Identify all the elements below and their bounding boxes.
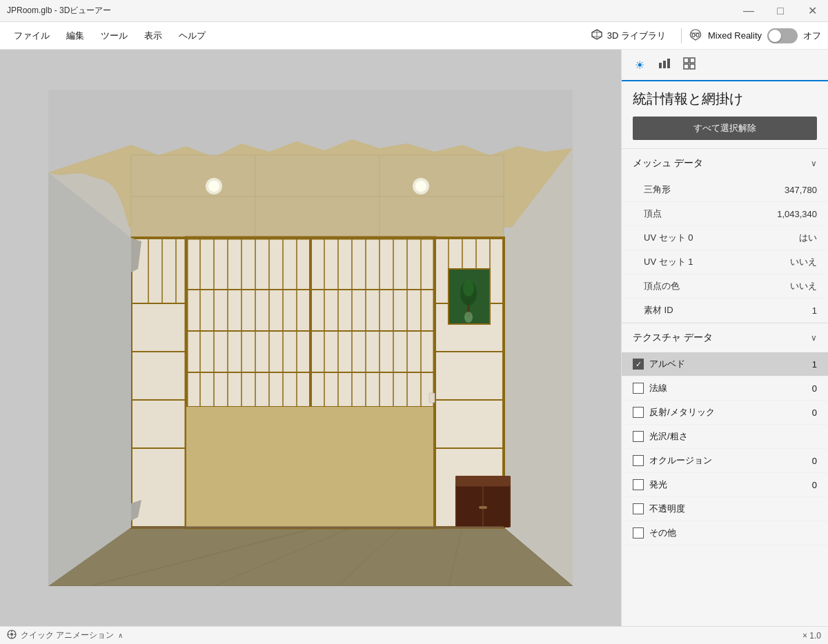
menu-help[interactable]: ヘルプ [172, 27, 213, 45]
svg-rect-55 [186, 407, 310, 527]
menubar: ファイル 編集 ツール 表示 ヘルプ 3D ライブラリ [0, 22, 828, 50]
menu-view[interactable]: 表示 [137, 27, 169, 45]
sun-tab-icon[interactable]: ☀ [630, 55, 649, 74]
svg-point-70 [464, 312, 473, 323]
svg-rect-81 [659, 63, 662, 68]
texture-data-section: テクスチャ データ ∨ ✓ アルベド 1 法線 [622, 323, 828, 545]
svg-rect-87 [690, 64, 695, 69]
gloss-checkbox[interactable] [633, 431, 644, 442]
grid-icon [683, 57, 696, 72]
chart-tab-icon[interactable] [655, 55, 674, 74]
normal-label: 法線 [649, 382, 667, 394]
opacity-checkbox[interactable] [633, 503, 644, 514]
texture-row-other[interactable]: その他 [622, 521, 828, 545]
statusbar-right: × 1.0 [802, 631, 821, 641]
menubar-right: 3D ライブラリ Mixed Reality オフ [582, 26, 821, 46]
svg-rect-83 [667, 59, 670, 68]
albedo-value: 1 [812, 359, 817, 370]
svg-point-69 [463, 280, 474, 296]
normal-checkbox[interactable] [633, 383, 644, 394]
mesh-row-vertex-color: 頂点の色 いいえ [622, 274, 828, 299]
reflection-checkbox[interactable] [633, 407, 644, 418]
svg-rect-76 [479, 506, 487, 509]
texture-row-reflection[interactable]: 反射/メタリック 0 [622, 401, 828, 425]
main-content: ☀ [0, 50, 828, 626]
close-button[interactable]: ✕ [796, 0, 828, 22]
texture-row-emission[interactable]: 発光 0 [622, 473, 828, 497]
mesh-data-rows: 三角形 347,780 頂点 1,043,340 UV セット 0 はい UV … [622, 178, 828, 323]
menu-file[interactable]: ファイル [7, 27, 57, 45]
svg-rect-86 [684, 64, 689, 69]
texture-row-left-opacity: 不透明度 [633, 503, 685, 515]
panel-title: 統計情報と網掛け [622, 81, 828, 114]
menu-tools[interactable]: ツール [94, 27, 135, 45]
panel-toolbar: ☀ [622, 50, 828, 81]
texture-row-albedo[interactable]: ✓ アルベド 1 [622, 352, 828, 376]
window-controls: — □ ✕ [733, 0, 828, 22]
other-checkbox[interactable] [633, 527, 644, 539]
emission-value: 0 [812, 480, 817, 490]
statusbar: クイック アニメーション ∧ × 1.0 [0, 626, 828, 644]
maximize-button[interactable]: □ [765, 0, 796, 22]
texture-chevron-icon: ∨ [811, 333, 817, 343]
texture-row-left-albedo: ✓ アルベド [633, 358, 685, 370]
texture-row-left-occlusion: オクルージョン [633, 454, 712, 467]
texture-row-normal[interactable]: 法線 0 [622, 376, 828, 401]
mixed-reality-area: Mixed Reality オフ [689, 28, 821, 43]
animation-expand-icon[interactable]: ∧ [118, 632, 123, 639]
svg-rect-82 [663, 61, 666, 68]
svg-point-10 [208, 181, 219, 192]
mixed-reality-icon [689, 28, 702, 43]
occlusion-checkbox[interactable] [633, 455, 644, 466]
texture-section-header[interactable]: テクスチャ データ ∨ [622, 323, 828, 352]
library-label: 3D ライブラリ [607, 30, 666, 42]
menu-items: ファイル 編集 ツール 表示 ヘルプ [7, 27, 213, 45]
mesh-section-header[interactable]: メッシュ データ ∨ [622, 149, 828, 178]
texture-row-gloss[interactable]: 光沢/粗さ [622, 425, 828, 449]
texture-row-opacity[interactable]: 不透明度 [622, 497, 828, 521]
emission-label: 発光 [649, 479, 667, 491]
mesh-row-vertices: 頂点 1,043,340 [622, 202, 828, 226]
albedo-label: アルベド [649, 358, 685, 370]
grid-tab-icon[interactable] [680, 55, 699, 74]
chart-icon [658, 57, 671, 72]
svg-rect-71 [429, 393, 435, 403]
titlebar: JPRoom.glb - 3Dビューアー — □ ✕ [0, 0, 828, 22]
svg-rect-22 [131, 238, 186, 527]
texture-row-left-other: その他 [633, 527, 676, 539]
sun-icon: ☀ [635, 59, 644, 72]
texture-section-label: テクスチャ データ [633, 332, 713, 344]
occlusion-value: 0 [812, 456, 817, 466]
svg-rect-56 [310, 407, 435, 527]
svg-rect-84 [684, 58, 689, 63]
room-scene [0, 50, 621, 626]
scale-label: × 1.0 [802, 631, 821, 641]
texture-row-left-emission: 発光 [633, 479, 667, 491]
mixed-reality-toggle[interactable] [767, 28, 798, 43]
normal-value: 0 [812, 383, 817, 394]
3d-viewport[interactable] [0, 50, 621, 626]
svg-rect-73 [455, 476, 511, 486]
svg-point-1 [696, 34, 699, 37]
albedo-checkbox[interactable]: ✓ [633, 359, 644, 370]
svg-marker-16 [48, 527, 573, 586]
texture-row-left-gloss: 光沢/粗さ [633, 430, 688, 443]
emission-checkbox[interactable] [633, 479, 644, 490]
mesh-row-uv0: UV セット 0 はい [622, 226, 828, 250]
animation-label: クイック アニメーション [21, 630, 114, 641]
mesh-row-material-id: 素材 ID 1 [622, 299, 828, 323]
toggle-state-label: オフ [803, 30, 821, 42]
statusbar-left: クイック アニメーション ∧ [7, 630, 123, 641]
mesh-chevron-icon: ∨ [811, 159, 817, 168]
texture-row-left-normal: 法線 [633, 382, 667, 394]
reflection-label: 反射/メタリック [649, 406, 715, 419]
minimize-button[interactable]: — [733, 0, 765, 22]
texture-row-occlusion[interactable]: オクルージョン 0 [622, 449, 828, 473]
deselect-all-button[interactable]: すべて選択解除 [633, 117, 817, 140]
library-button[interactable]: 3D ライブラリ [582, 26, 674, 46]
toggle-knob [769, 30, 781, 42]
menu-edit[interactable]: 編集 [59, 27, 91, 45]
mesh-row-triangles: 三角形 347,780 [622, 178, 828, 202]
mesh-section-label: メッシュ データ [633, 157, 703, 170]
gloss-label: 光沢/粗さ [649, 430, 688, 443]
